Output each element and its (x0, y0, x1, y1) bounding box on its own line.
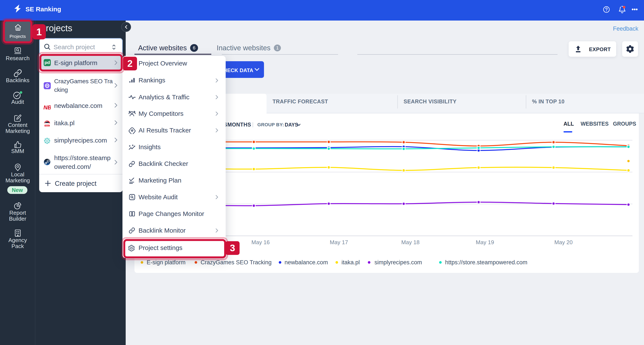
svg-text:ITAKA: ITAKA (45, 125, 49, 126)
svg-text:NB: NB (44, 104, 51, 111)
